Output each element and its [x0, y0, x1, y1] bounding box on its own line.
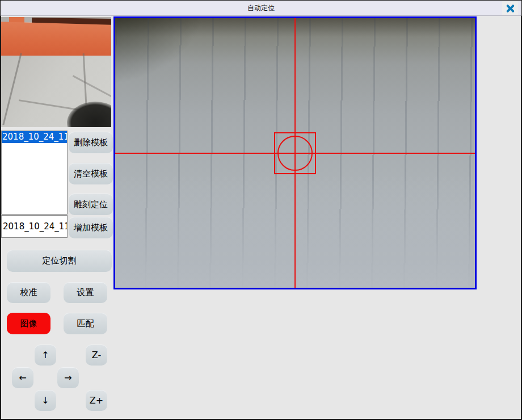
position-cut-button[interactable]: 定位切割	[7, 250, 112, 272]
auto-position-dialog: 自动定位 2018_10_24_11 删除模板 清空模板 雕刻定位 增加模板 定…	[0, 0, 522, 420]
template-list[interactable]: 2018_10_24_11	[1, 131, 68, 215]
camera-view[interactable]	[113, 16, 477, 289]
template-thumbnail	[1, 17, 111, 127]
jog-left-button[interactable]: ←	[12, 367, 33, 388]
template-name-input[interactable]	[1, 215, 68, 238]
image-button-active[interactable]: 图像	[7, 313, 50, 334]
jog-down-button[interactable]: ↓	[35, 390, 56, 411]
thumbnail-orange-beam	[1, 22, 111, 59]
add-template-button[interactable]: 增加模板	[69, 217, 113, 238]
delete-template-button[interactable]: 删除模板	[69, 132, 113, 153]
jog-up-button[interactable]: ↑	[35, 345, 56, 366]
target-circle-overlay	[277, 136, 313, 171]
camera-feed-image	[115, 18, 475, 288]
thumbnail-tile-floor	[1, 56, 111, 127]
close-button[interactable]	[502, 1, 518, 15]
thumbnail-dark-object	[67, 102, 111, 127]
titlebar: 自动定位	[1, 1, 521, 16]
clear-templates-button[interactable]: 清空模板	[69, 163, 113, 184]
settings-button[interactable]: 设置	[64, 282, 107, 303]
jog-z-minus-button[interactable]: Z-	[86, 345, 107, 366]
tile-grout-line	[83, 53, 87, 104]
match-button[interactable]: 匹配	[64, 313, 107, 334]
tile-grout-line	[2, 53, 22, 125]
engrave-position-button[interactable]: 雕刻定位	[69, 194, 113, 215]
dialog-title: 自动定位	[247, 3, 275, 13]
jog-right-button[interactable]: →	[57, 367, 79, 388]
calibrate-button[interactable]: 校准	[7, 282, 50, 303]
close-icon	[506, 4, 515, 12]
jog-z-plus-button[interactable]: Z+	[86, 390, 107, 411]
template-list-item-selected[interactable]: 2018_10_24_11	[2, 131, 67, 143]
